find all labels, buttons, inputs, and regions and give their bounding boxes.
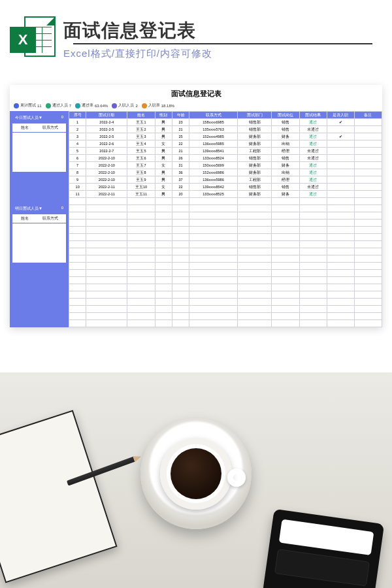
- table-row-empty[interactable]: [69, 220, 382, 227]
- cell-empty[interactable]: [172, 234, 189, 241]
- cell-result[interactable]: 通过: [299, 133, 327, 140]
- cell-dept[interactable]: 销售部: [237, 126, 272, 133]
- cell-empty[interactable]: [127, 241, 155, 248]
- cell-empty[interactable]: [127, 263, 155, 270]
- cell-empty[interactable]: [155, 220, 172, 227]
- cell-joined[interactable]: [327, 162, 354, 169]
- cell-empty[interactable]: [299, 299, 327, 306]
- cell-date[interactable]: 2022-2-5: [86, 133, 127, 140]
- cell-empty[interactable]: [155, 227, 172, 234]
- cell-empty[interactable]: [272, 284, 299, 291]
- cell-empty[interactable]: [69, 198, 86, 205]
- cell-empty[interactable]: [272, 277, 299, 284]
- cell-date[interactable]: 2022-2-11: [86, 191, 127, 198]
- table-row-empty[interactable]: [69, 313, 382, 320]
- cell-sex[interactable]: 男: [155, 155, 172, 162]
- cell-empty[interactable]: [127, 320, 155, 327]
- cell-pos[interactable]: 财务: [272, 133, 299, 140]
- cell-empty[interactable]: [86, 291, 127, 299]
- cell-empty[interactable]: [327, 270, 354, 277]
- table-row-empty[interactable]: [69, 241, 382, 248]
- table-row-empty[interactable]: [69, 299, 382, 306]
- cell-dept[interactable]: 财务部: [237, 133, 272, 140]
- cell-empty[interactable]: [237, 227, 272, 234]
- cell-name[interactable]: 王五11: [127, 191, 155, 198]
- cell-empty[interactable]: [155, 205, 172, 212]
- cell-empty[interactable]: [327, 291, 354, 299]
- cell-empty[interactable]: [327, 248, 354, 255]
- cell-empty[interactable]: [155, 270, 172, 277]
- cell-empty[interactable]: [127, 198, 155, 205]
- cell-result[interactable]: 通过: [299, 119, 327, 126]
- cell-empty[interactable]: [155, 277, 172, 284]
- cell-empty[interactable]: [172, 291, 189, 299]
- cell-seq[interactable]: 3: [69, 133, 86, 140]
- cell-phone[interactable]: 139xxxx8542: [189, 184, 238, 191]
- data-grid[interactable]: 序号 面试日期 姓名 性别 年龄 联系方式 面试部门 面试岗位 面试结果 是否入…: [69, 111, 382, 327]
- cell-empty[interactable]: [327, 255, 354, 263]
- cell-empty[interactable]: [354, 234, 382, 241]
- col-seq[interactable]: 序号: [69, 112, 86, 119]
- cell-empty[interactable]: [299, 313, 327, 320]
- cell-note[interactable]: [354, 119, 382, 126]
- cell-empty[interactable]: [237, 241, 272, 248]
- cell-empty[interactable]: [327, 234, 354, 241]
- cell-age[interactable]: 22: [172, 184, 189, 191]
- cell-empty[interactable]: [172, 320, 189, 327]
- cell-empty[interactable]: [354, 277, 382, 284]
- cell-empty[interactable]: [299, 284, 327, 291]
- cell-name[interactable]: 王五1: [127, 119, 155, 126]
- cell-empty[interactable]: [155, 255, 172, 263]
- cell-empty[interactable]: [155, 299, 172, 306]
- cell-empty[interactable]: [155, 284, 172, 291]
- cell-empty[interactable]: [172, 277, 189, 284]
- cell-note[interactable]: [354, 184, 382, 191]
- tomorrow-label[interactable]: 明日面试人员▼: [15, 206, 42, 212]
- cell-sex[interactable]: 男: [155, 176, 172, 184]
- cell-age[interactable]: 20: [172, 191, 189, 198]
- table-row[interactable]: 42022-2-6王五4女22136xxxx5985财务部出纳通过: [69, 140, 382, 148]
- cell-empty[interactable]: [354, 270, 382, 277]
- cell-empty[interactable]: [327, 306, 354, 313]
- cell-note[interactable]: [354, 133, 382, 140]
- cell-empty[interactable]: [189, 263, 238, 270]
- table-row-empty[interactable]: [69, 255, 382, 263]
- cell-empty[interactable]: [86, 198, 127, 205]
- cell-date[interactable]: 2022-2-11: [86, 184, 127, 191]
- cell-empty[interactable]: [354, 299, 382, 306]
- cell-empty[interactable]: [354, 291, 382, 299]
- cell-name[interactable]: 王五10: [127, 184, 155, 191]
- cell-dept[interactable]: 财务部: [237, 169, 272, 176]
- cell-empty[interactable]: [172, 205, 189, 212]
- cell-empty[interactable]: [127, 277, 155, 284]
- table-row[interactable]: 12022-2-4王五1男23158xxxx6985销售部销售通过✔: [69, 119, 382, 126]
- cell-empty[interactable]: [327, 205, 354, 212]
- cell-date[interactable]: 2022-2-10: [86, 162, 127, 169]
- cell-empty[interactable]: [272, 270, 299, 277]
- col-name[interactable]: 姓名: [127, 112, 155, 119]
- cell-empty[interactable]: [155, 198, 172, 205]
- cell-empty[interactable]: [354, 205, 382, 212]
- col-note[interactable]: 备注: [354, 112, 382, 119]
- cell-empty[interactable]: [69, 220, 86, 227]
- cell-empty[interactable]: [189, 227, 238, 234]
- cell-empty[interactable]: [172, 227, 189, 234]
- cell-empty[interactable]: [189, 212, 238, 220]
- cell-dept[interactable]: 销售部: [237, 155, 272, 162]
- cell-result[interactable]: 通过: [299, 169, 327, 176]
- cell-pos[interactable]: 经理: [272, 148, 299, 155]
- table-row-empty[interactable]: [69, 284, 382, 291]
- cell-joined[interactable]: [327, 140, 354, 148]
- cell-empty[interactable]: [237, 320, 272, 327]
- cell-note[interactable]: [354, 155, 382, 162]
- cell-empty[interactable]: [354, 212, 382, 220]
- table-row[interactable]: 52022-2-7王五5男21139xxxx8541工程部经理未通过: [69, 148, 382, 155]
- cell-dept[interactable]: 工程部: [237, 176, 272, 184]
- cell-empty[interactable]: [86, 306, 127, 313]
- cell-empty[interactable]: [189, 241, 238, 248]
- cell-empty[interactable]: [237, 198, 272, 205]
- cell-empty[interactable]: [69, 306, 86, 313]
- cell-empty[interactable]: [272, 212, 299, 220]
- cell-empty[interactable]: [127, 227, 155, 234]
- cell-dept[interactable]: 销售部: [237, 184, 272, 191]
